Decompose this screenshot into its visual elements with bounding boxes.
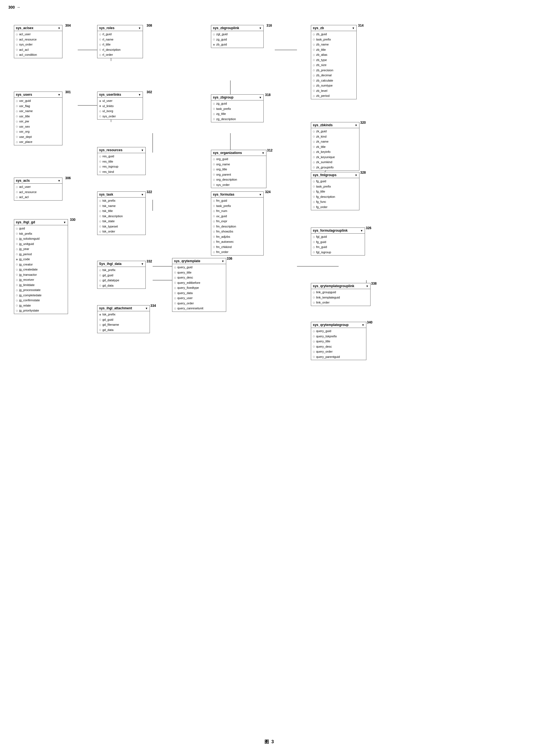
field-query-desc: ◇query_desc <box>311 344 366 349</box>
sys-userlinks-header[interactable]: sys_userlinks ▼ <box>98 92 143 98</box>
field-link-order: ◇link_order <box>311 300 370 305</box>
sys-zbkinds-header[interactable]: sys_zbkinds ▼ <box>311 122 359 128</box>
dropdown-arrow[interactable]: ▼ <box>145 307 148 310</box>
field-icon: ◇ <box>99 224 101 228</box>
field-icon: ◇ <box>213 235 215 239</box>
field-icon: ◇ <box>16 124 18 128</box>
field-zk-name: ◇zk_name <box>311 139 359 144</box>
sys-ihgl-data-header[interactable]: Sys_ihgl_data ▼ <box>98 261 145 267</box>
sys-zbkinds-table: sys_zbkinds ▼ ◇zk_guid ◇zk_kind ◇zk_name… <box>311 122 359 171</box>
sys-formulas-header[interactable]: sys_formulas ▼ <box>211 192 264 197</box>
dropdown-arrow[interactable]: ▼ <box>141 193 144 196</box>
badge-314: 314 <box>358 24 363 28</box>
dropdown-arrow[interactable]: ▼ <box>355 124 357 127</box>
dropdown-arrow[interactable]: ▼ <box>58 179 60 182</box>
dropdown-arrow[interactable]: ▼ <box>259 27 262 30</box>
field-icon: ◇ <box>16 190 18 194</box>
sys-fmlgroups-header[interactable]: sys_fmlgroups ▼ <box>311 172 359 178</box>
sys-qrytemplategroup-header[interactable]: sys_qrytemplategroup ▼ <box>311 322 366 328</box>
field-jg-confirmstate: ◇jg_confirmstate <box>14 298 68 303</box>
field-icon: ◇ <box>16 135 18 139</box>
dropdown-arrow[interactable]: ▼ <box>58 93 60 96</box>
dropdown-arrow[interactable]: ▼ <box>63 221 66 224</box>
field-icon: ◇ <box>99 317 101 321</box>
field-tsk-prefix: ◇tsk_prefix <box>14 231 68 237</box>
field-jg-limitdate: ◇jg_limitdate <box>14 282 68 288</box>
field-rl-name: ◇rl_name <box>98 37 143 42</box>
field-task-prefix: ◇task_prefix <box>311 37 356 42</box>
field-icon: ◇ <box>16 252 18 256</box>
field-res-guid: ◇res_guid <box>98 154 145 159</box>
sys-formulagrouplink-header[interactable]: sys_formulagrouplink ▼ <box>311 228 365 234</box>
sys-zbgrouplink-header[interactable]: sys_zbgrouplink ▼ <box>211 25 264 31</box>
sys-organizations-header[interactable]: sys_organizations ▼ <box>211 150 266 156</box>
field-jg-relate: ◇jg_relate <box>14 303 68 308</box>
field-icon: ◇ <box>99 209 101 213</box>
field-gd-data: ◇gd_data <box>98 283 145 288</box>
field-jg-solutionguid: ◇jg_solutionguid <box>14 236 68 241</box>
field-query-order: ◇query_order <box>311 349 366 354</box>
field-icon: ◇ <box>16 99 18 103</box>
field-tsk-prefix: ◇tsk_prefix <box>98 267 145 273</box>
field-icon: ◇ <box>313 63 315 67</box>
sys-zbgroup-header[interactable]: sys_zbgroup ▼ <box>211 95 264 101</box>
dropdown-arrow[interactable]: ▼ <box>138 93 141 96</box>
dropdown-arrow[interactable]: ▼ <box>352 27 355 30</box>
dropdown-arrow[interactable]: ▼ <box>58 27 60 30</box>
field-icon: ◇ <box>313 301 315 305</box>
field-icon: ◇ <box>16 247 18 251</box>
sys-acls2-header[interactable]: sys_acls ▼ <box>14 178 62 184</box>
field-icon: ◇ <box>16 231 18 236</box>
dropdown-arrow[interactable]: ▼ <box>355 174 357 177</box>
field-link-templateguid: ◇link_templateguid <box>311 295 370 300</box>
dropdown-arrow[interactable]: ▼ <box>221 260 224 263</box>
field-icon: ◇ <box>99 199 101 203</box>
sys-ihgl-gd-header[interactable]: sys_ihgl_gd ▼ <box>14 220 68 225</box>
dropdown-arrow[interactable]: ▼ <box>259 193 262 196</box>
sys-task-header[interactable]: sys_task ▼ <box>98 192 145 197</box>
sys-users-header[interactable]: sys_users ▼ <box>14 92 62 98</box>
field-icon: ◇ <box>313 37 315 41</box>
sys-qrytemplate-header[interactable]: sys_qrytemplate ▼ <box>172 258 226 264</box>
dropdown-arrow[interactable]: ▼ <box>138 27 141 30</box>
field-icon: ◇ <box>99 159 101 164</box>
field-icon: ◇ <box>213 182 215 187</box>
field-icon: ◇ <box>16 140 18 144</box>
field-zb-type: ◇zb_type <box>311 57 356 63</box>
field-fm-guid: ◇fm_guid <box>311 244 365 250</box>
field-jg-period: ◇jg_period <box>14 252 68 257</box>
field-icon: ◇ <box>313 53 315 57</box>
field-zk-keyunique: ◇zk_keyunique <box>311 155 359 160</box>
dropdown-arrow[interactable]: ▼ <box>262 152 265 155</box>
field-icon: ◇ <box>313 235 315 239</box>
dropdown-arrow[interactable]: ▼ <box>259 96 262 99</box>
field-icon: ◇ <box>174 301 176 305</box>
dropdown-arrow[interactable]: ▼ <box>141 149 144 152</box>
sys-resources-header[interactable]: sys_resources ▼ <box>98 147 145 153</box>
field-icon: ◇ <box>99 273 101 277</box>
sys-qrytemplategrouplink-table: sys_qrytemplategrouplink ▼ ◇link_groupgu… <box>311 283 370 306</box>
field-icon: ◇ <box>313 89 315 93</box>
field-icon: ◇ <box>99 165 101 169</box>
field-fgl-guid: ◇fgl_guid <box>311 234 365 240</box>
dropdown-arrow[interactable]: ▼ <box>360 229 363 232</box>
field-query-tskprefix: ◇query_tskprefix <box>311 334 366 339</box>
dropdown-arrow[interactable]: ▼ <box>141 262 144 265</box>
sys-roles-header[interactable]: sys_roles ▼ <box>98 25 143 31</box>
field-gd-filename: ◇gd_filename <box>98 322 150 327</box>
sys-formulas-table: sys_formulas ▼ ◇fm_guid ◇task_prefix ◇fm… <box>211 191 264 255</box>
diagram-area: sys_aclsex ▼ ◇acl_user ◇acl_resource ◇sy… <box>6 17 533 728</box>
field-jg-transactor: ◇jg_transactor <box>14 272 68 277</box>
field-icon: ◇ <box>313 47 315 52</box>
field-zk-keyinfo: ◇zk_keyinfo <box>311 149 359 155</box>
field-query-editbefore: ◇query_editbefore <box>172 280 226 286</box>
dropdown-arrow[interactable]: ▼ <box>366 285 369 288</box>
dropdown-arrow[interactable]: ▼ <box>362 323 364 326</box>
sys-zb-header[interactable]: sys_zb ▼ <box>311 25 356 31</box>
sys-ihgl-attachment-header[interactable]: sys_ihgl_attachment ▼ <box>98 306 150 311</box>
field-sys-order: ◇sys_order <box>211 182 266 187</box>
sys-qrytemplategrouplink-header[interactable]: sys_qrytemplategrouplink ▼ <box>311 283 370 289</box>
field-query-title: ◇query_title <box>311 339 366 344</box>
sys-zb-table: sys_zb ▼ ◇zb_guid ◇task_prefix ◇zb_name … <box>311 25 357 99</box>
sys-aclsex-header[interactable]: sys_aclsex ▼ <box>14 25 62 31</box>
